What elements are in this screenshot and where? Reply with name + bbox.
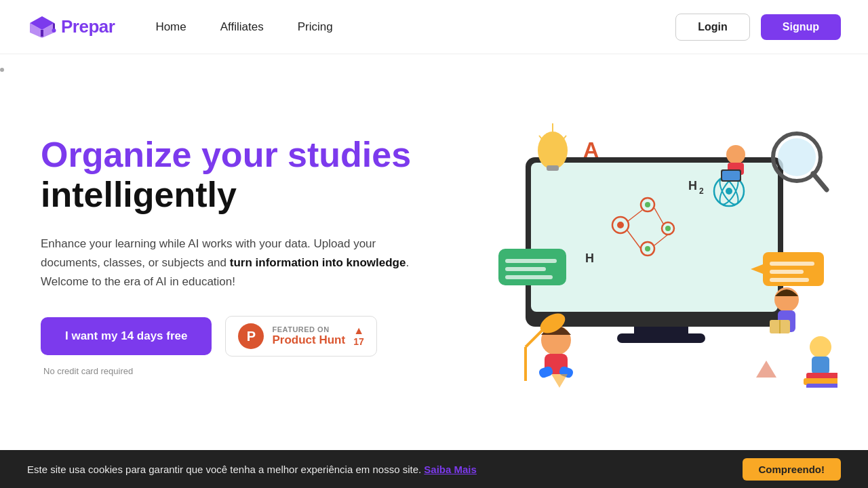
hero-section: Organize your studies intelligently Enha…: [0, 54, 868, 450]
cookie-bar: Este site usa cookies para garantir que …: [0, 450, 868, 488]
hero-title: Organize your studies intelligently: [41, 135, 481, 216]
svg-rect-50: [722, 171, 740, 180]
svg-point-17: [617, 222, 624, 228]
brand-name: Prepar: [61, 16, 115, 37]
login-button[interactable]: Login: [675, 14, 750, 41]
hero-right: H 2 H A: [481, 54, 841, 450]
svg-rect-31: [505, 267, 546, 271]
nav-affiliates[interactable]: Affiliates: [220, 20, 264, 34]
svg-rect-42: [547, 165, 559, 171]
svg-point-24: [726, 188, 732, 195]
svg-rect-37: [770, 278, 809, 282]
cookie-accept-button[interactable]: Compreendo!: [743, 458, 842, 481]
svg-text:H: H: [688, 179, 697, 192]
cookie-message: Este site usa cookies para garantir que …: [27, 464, 421, 475]
hero-left: Organize your studies intelligently Enha…: [41, 128, 481, 377]
svg-marker-68: [551, 374, 568, 388]
svg-point-4: [52, 28, 56, 33]
producthunt-votes: ▲ 17: [353, 325, 364, 347]
nav-home[interactable]: Home: [155, 20, 186, 34]
svg-point-62: [810, 336, 831, 358]
product-hunt-badge[interactable]: P FEATURED ON Product Hunt ▲ 17: [225, 316, 377, 357]
svg-rect-66: [806, 384, 837, 388]
svg-point-20: [645, 246, 650, 251]
producthunt-name: Product Hunt: [272, 333, 345, 347]
svg-rect-36: [770, 270, 804, 274]
dot-decoration: [0, 68, 4, 72]
signup-button[interactable]: Signup: [761, 14, 841, 40]
hero-title-purple: Organize your studies: [41, 135, 411, 174]
logo[interactable]: Prepar: [27, 12, 115, 42]
svg-line-40: [813, 174, 827, 190]
cookie-learn-more[interactable]: Saiba Mais: [424, 464, 477, 475]
hero-cta-row: I want my 14 days free P FEATURED ON Pro…: [41, 316, 481, 357]
cookie-text: Este site usa cookies para garantir que …: [27, 464, 477, 475]
nav-links: Home Affiliates Pricing: [155, 20, 675, 34]
svg-rect-8: [531, 163, 778, 312]
no-credit-card-text: No credit card required: [41, 366, 481, 376]
svg-text:2: 2: [699, 186, 704, 196]
svg-point-39: [778, 138, 816, 176]
svg-point-47: [726, 145, 745, 164]
svg-point-19: [665, 226, 671, 231]
producthunt-text: FEATURED ON Product Hunt: [272, 325, 345, 347]
svg-rect-30: [505, 259, 557, 263]
svg-rect-63: [812, 357, 829, 374]
producthunt-icon: P: [238, 323, 264, 349]
hero-desc-bold: turn information into knowledge: [230, 256, 406, 269]
svg-text:A: A: [583, 138, 599, 162]
vote-count: 17: [353, 336, 364, 347]
svg-text:H: H: [585, 251, 594, 265]
svg-rect-2: [41, 30, 43, 37]
svg-point-18: [645, 202, 650, 207]
nav-pricing[interactable]: Pricing: [298, 20, 333, 34]
svg-rect-32: [505, 275, 553, 279]
nav-actions: Login Signup: [675, 14, 841, 41]
hero-title-dark: intelligently: [41, 175, 237, 214]
svg-rect-35: [770, 262, 814, 266]
vote-arrow-icon: ▲: [353, 325, 364, 336]
hero-illustration: H 2 H A: [485, 117, 837, 388]
svg-marker-67: [756, 361, 776, 378]
navbar: Prepar Home Affiliates Pricing Login Sig…: [0, 0, 868, 54]
hero-description: Enhance your learning while AI works wit…: [41, 235, 420, 291]
producthunt-label: FEATURED ON: [272, 325, 345, 333]
trial-button[interactable]: I want my 14 days free: [41, 317, 212, 355]
svg-point-41: [538, 131, 568, 169]
logo-icon: [27, 12, 57, 42]
